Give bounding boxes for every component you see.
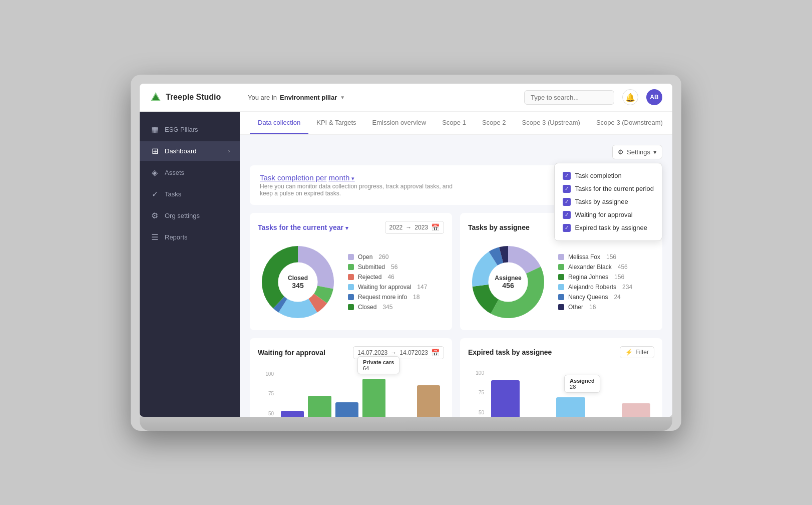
waiting-approval-chart: 100 75 50 25 [258, 367, 444, 417]
logo-icon [150, 91, 162, 103]
legend-label-closed: Closed [358, 304, 376, 311]
tab-kpi-targets[interactable]: KPI & Targets [308, 112, 364, 134]
legend-dot-other [558, 304, 564, 310]
legend-value-alejandro: 234 [622, 284, 632, 291]
env-prefix: You are in [248, 94, 277, 101]
legend-value-regina: 156 [614, 274, 624, 281]
sidebar-label-dashboard: Dashboard [165, 147, 197, 155]
settings-item-waiting-approval[interactable]: ✓ Waiting for approval [563, 208, 654, 221]
settings-item-current-period[interactable]: ✓ Tasks for the current period [563, 182, 654, 195]
legend-item-open: Open 260 [348, 254, 427, 261]
legend-value-submitted: 56 [391, 264, 397, 271]
legend-label-alejandro: Alejandro Roberts [568, 284, 616, 291]
filter-button[interactable]: ⚡ Filter [620, 346, 654, 358]
main-area: ▦ ESG Pillars ⊞ Dashboard › ◈ Assets ✓ [140, 112, 672, 417]
legend-item-nancy: Nancy Queens 24 [558, 294, 632, 301]
tasks-current-date-range[interactable]: 2022 → 2023 📅 [385, 221, 444, 234]
tooltip-waiting: Private cars 64 [357, 356, 399, 374]
legend-item-request-more: Request more info 18 [348, 294, 427, 301]
tasks-current-title-highlight[interactable]: year [329, 223, 343, 231]
legend-item-alexander: Alexander Black 456 [558, 264, 632, 271]
section-title-highlight[interactable]: month [329, 173, 350, 182]
tooltip-label-waiting: Private cars [363, 359, 394, 365]
filter-icon: ⚡ [625, 349, 633, 356]
legend-item-closed: Closed 345 [348, 304, 427, 311]
tab-scope-1[interactable]: Scope 1 [434, 112, 474, 134]
sidebar-item-assets[interactable]: ◈ Assets [140, 163, 240, 182]
env-dropdown-icon[interactable]: ▼ [340, 95, 345, 100]
legend-item-regina: Regina Johnes 156 [558, 274, 632, 281]
legend-dot-rejected [348, 274, 354, 280]
bar-expired-1 [491, 380, 520, 416]
reports-icon: ☰ [150, 232, 160, 242]
legend-label-other: Other [568, 304, 583, 311]
checkbox-expired-task: ✓ [563, 224, 571, 232]
donut-label-title-current: Closed [288, 275, 308, 282]
legend-dot-closed [348, 304, 354, 310]
section-title: Task completion per month ▾ [260, 173, 460, 182]
legend-label-rejected: Rejected [358, 274, 381, 281]
tab-scope-2[interactable]: Scope 2 [474, 112, 514, 134]
tasks-current-donut-label: Closed 345 [288, 275, 308, 290]
tab-bar: Data collection KPI & Targets Emission o… [240, 112, 672, 135]
calendar-icon-tasks-current: 📅 [431, 223, 440, 231]
settings-row: ⚙ Settings ▾ ✓ Task completion [250, 145, 662, 159]
tasks-current-arrow-icon: ▾ [345, 225, 348, 231]
expired-assignee-title: Expired task by assignee [468, 348, 552, 356]
tab-scope-3-downstream[interactable]: Scope 3 (Downstream) [588, 112, 671, 134]
tab-data-collection[interactable]: Data collection [250, 112, 308, 134]
settings-item-task-completion[interactable]: ✓ Task completion [563, 169, 654, 182]
legend-item-other: Other 16 [558, 304, 632, 311]
settings-arrow-icon: ▾ [653, 148, 657, 156]
env-pill: You are in Environment pillar ▼ [248, 94, 345, 101]
filter-label: Filter [635, 349, 649, 356]
settings-button[interactable]: ⚙ Settings ▾ [612, 145, 662, 159]
sidebar-item-tasks[interactable]: ✓ Tasks [140, 184, 240, 204]
legend-value-other: 16 [589, 304, 596, 311]
legend-item-melissa: Melissa Fox 156 [558, 254, 632, 261]
tasks-current-title: Tasks for the current year ▾ [258, 223, 348, 231]
tasks-assignee-donut-label: Assignee 456 [495, 275, 521, 290]
donut-label-title-assignee: Assignee [495, 275, 521, 282]
legend-label-melissa: Melissa Fox [568, 254, 600, 261]
waiting-approval-header: Waiting for approval 14.07.2023 → 14.072… [258, 346, 444, 359]
sidebar-item-esg-pillars[interactable]: ▦ ESG Pillars [140, 120, 240, 139]
date-to-tasks-current: 2023 [415, 224, 428, 231]
notifications-bell-button[interactable]: 🔔 [622, 89, 638, 105]
legend-value-open: 260 [378, 254, 388, 261]
tab-emission-overview[interactable]: Emission overview [364, 112, 435, 134]
sidebar-item-org-settings[interactable]: ⚙ Org settings [140, 206, 240, 225]
tasks-current-title-prefix: Tasks for the current [258, 223, 327, 231]
y-axis-100-expired: 100 [472, 370, 484, 376]
settings-label-expired-task: Expired task by assignee [575, 224, 647, 231]
bar-waiting-4: Private cars 64 [362, 379, 385, 416]
user-avatar[interactable]: AB [646, 89, 662, 105]
legend-dot-regina [558, 274, 564, 280]
legend-value-closed: 345 [382, 304, 392, 311]
y-axis-75-expired: 75 [472, 390, 484, 395]
tab-scope-3-upstream[interactable]: Scope 3 (Upstream) [514, 112, 588, 134]
bar-expired-5 [622, 403, 650, 417]
expired-assignee-header: Expired task by assignee ⚡ Filter [468, 346, 654, 358]
settings-label-task-completion: Task completion [575, 172, 621, 179]
legend-value-alexander: 456 [618, 264, 628, 271]
settings-item-expired-task[interactable]: ✓ Expired task by assignee [563, 221, 654, 234]
checkbox-tasks-by-assignee: ✓ [563, 198, 571, 206]
section-title-dropdown-icon: ▾ [351, 175, 354, 181]
search-input[interactable] [524, 90, 614, 105]
expired-assignee-card: Expired task by assignee ⚡ Filter [460, 338, 662, 417]
tasks-current-donut: Closed 345 [258, 242, 338, 322]
bar-expired-3: Assigned 28 [556, 397, 585, 416]
legend-dot-alejandro [558, 284, 564, 290]
esg-pillars-icon: ▦ [150, 125, 160, 134]
settings-gear-icon: ⚙ [618, 148, 624, 156]
tooltip-label-expired: Assigned [570, 378, 595, 384]
tooltip-expired: Assigned 28 [564, 375, 600, 393]
settings-item-tasks-by-assignee[interactable]: ✓ Tasks by assignee [563, 195, 654, 208]
sidebar-item-reports[interactable]: ☰ Reports [140, 227, 240, 247]
legend-dot-nancy [558, 294, 564, 300]
app-container: Treeple Studio You are in Environment pi… [140, 84, 672, 417]
dashboard-icon: ⊞ [150, 146, 160, 156]
calendar-icon-waiting: 📅 [431, 349, 440, 357]
sidebar-item-dashboard[interactable]: ⊞ Dashboard › [140, 141, 240, 161]
